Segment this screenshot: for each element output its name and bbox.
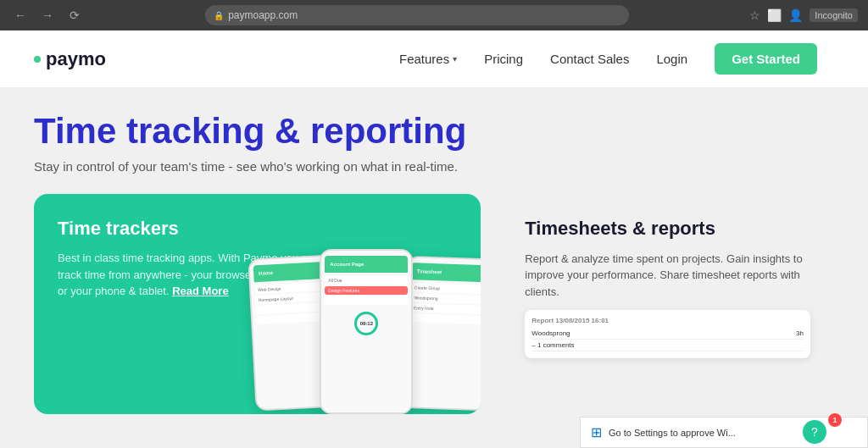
nav-login-label: Login	[656, 52, 687, 66]
timesheet-header: Report 13/08/2015 16:01	[531, 317, 804, 324]
support-chat-icon[interactable]: ?	[803, 420, 826, 444]
nav-login[interactable]: Login	[656, 52, 687, 66]
nav-links: Features ▾ Pricing Contact Sales Login G…	[399, 43, 817, 75]
notification-badge: 1	[828, 413, 842, 427]
windows-logo-icon: ⊞	[591, 424, 602, 440]
phone-row-6	[325, 296, 408, 305]
phone-screen-2: Account Page All Due Design Features 09:…	[321, 251, 411, 412]
get-started-button[interactable]: Get Started	[715, 43, 817, 75]
card-time-trackers: Time trackers Best in class time trackin…	[34, 194, 481, 414]
forward-button[interactable]: →	[37, 5, 58, 25]
read-more-link[interactable]: Read More	[172, 285, 228, 297]
timer-display: 09:12	[354, 312, 378, 335]
phone-screen-3: Timesheet Create Group Woodsprong Entry …	[403, 257, 481, 409]
phone-header-1: Home	[253, 262, 329, 283]
main-content: Time tracking & reporting Stay in contro…	[0, 88, 868, 448]
phone-row-8: Woodsprong	[411, 293, 481, 304]
bookmark-icon: ☆	[749, 8, 760, 22]
tab-icon: ⬜	[767, 8, 782, 22]
card-gray-desc: Report & analyze time spent on projects.…	[525, 251, 810, 301]
chevron-down-icon: ▾	[453, 54, 457, 64]
notification-text: Go to Settings to approve Wi...	[609, 428, 736, 438]
card-gray-title: Timesheets & reports	[525, 218, 810, 240]
phone-row-9: Entry Note	[410, 303, 481, 314]
nav-contact-sales-label: Contact Sales	[550, 52, 629, 66]
page-subtitle: Stay in control of your team's time - se…	[34, 159, 834, 174]
browser-right-icons: ☆ ⬜ 👤 Incognito	[749, 8, 858, 22]
timesheet-preview: Report 13/08/2015 16:01 Woodsprong 3h – …	[525, 310, 810, 358]
lock-icon: 🔒	[214, 11, 224, 20]
timesheet-row-1: Woodsprong 3h	[531, 328, 804, 340]
phone-mockup-3: Timesheet Create Group Woodsprong Entry …	[402, 256, 481, 411]
logo[interactable]: paymo	[34, 48, 106, 70]
address-bar[interactable]: 🔒 paymoapp.com	[205, 5, 629, 25]
card-green-title: Time trackers	[58, 218, 457, 240]
phone-timer: 09:12	[325, 312, 408, 335]
nav-pricing[interactable]: Pricing	[484, 52, 523, 66]
phone-mockup-2: Account Page All Due Design Features 09:…	[320, 249, 413, 414]
card-timesheets: Timesheets & reports Report & analyze ti…	[501, 194, 834, 414]
cards-row: Time trackers Best in class time trackin…	[34, 194, 834, 414]
browser-chrome: ← → ⟳ 🔒 paymoapp.com ☆ ⬜ 👤 Incognito	[0, 0, 868, 30]
logo-text: paymo	[46, 48, 106, 70]
phone-mockups: Home Web Design Homepage Layout Account …	[235, 257, 481, 414]
logo-dot	[34, 56, 41, 63]
incognito-badge: Incognito	[810, 8, 858, 22]
back-button[interactable]: ←	[10, 5, 31, 25]
phone-row-7: Create Group	[411, 283, 481, 294]
windows-notification: ⊞ Go to Settings to approve Wi... ? 1	[580, 417, 868, 448]
phone-row-red: Design Features	[325, 286, 408, 295]
phone-row-10	[410, 313, 481, 324]
profile-icon: 👤	[788, 8, 803, 22]
timesheet-row-2: – 1 comments	[531, 340, 804, 351]
phone-row-5: All Due	[325, 276, 408, 285]
nav-pricing-label: Pricing	[484, 52, 523, 66]
nav-contact-sales[interactable]: Contact Sales	[550, 52, 629, 66]
refresh-button[interactable]: ⟳	[64, 5, 85, 25]
address-text: paymoapp.com	[228, 9, 298, 21]
phone-header-3: Timesheet	[412, 263, 481, 282]
navbar: paymo Features ▾ Pricing Contact Sales L…	[0, 30, 868, 88]
page-title: Time tracking & reporting	[34, 112, 834, 151]
nav-features[interactable]: Features ▾	[399, 52, 457, 66]
phone-header-2: Account Page	[325, 256, 408, 273]
nav-features-label: Features	[399, 52, 449, 66]
